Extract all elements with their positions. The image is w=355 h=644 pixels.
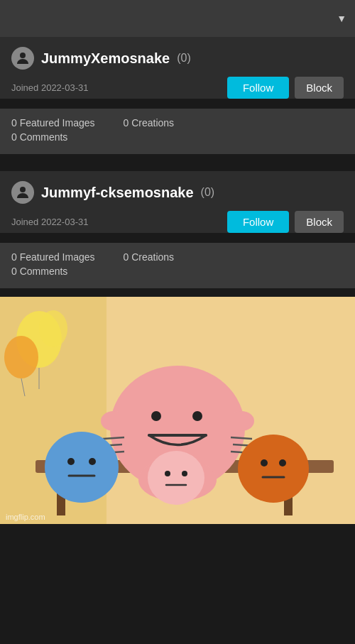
dropdown-icon[interactable]: ▼ [337,13,346,24]
user-header-2: Jummyf-cksemosnake (0) [11,181,344,204]
stats-row-1a: 0 Featured Images 0 Creations [11,117,344,129]
top-bar: ▼ [0,0,355,37]
user-meta-1: Joined 2022-03-31 Follow Block [11,77,344,99]
svg-point-32 [182,471,187,476]
creations-1: 0 Creations [124,117,175,129]
cartoon-svg: imgflip.com [0,297,355,524]
svg-text:imgflip.com: imgflip.com [6,513,45,521]
stats-box-1: 0 Featured Images 0 Creations 0 Comments [0,109,355,154]
stats-row-2a: 0 Featured Images 0 Creations [11,251,344,263]
user-card-1: JummyXemosnake (0) Joined 2022-03-31 Fol… [0,37,355,99]
action-buttons-1: Follow Block [227,77,344,99]
user-meta-2: Joined 2022-03-31 Follow Block [11,211,344,233]
svg-point-36 [279,459,286,466]
avatar-1 [11,47,34,70]
joined-date-1: Joined 2022-03-31 [11,82,88,93]
follow-button-2[interactable]: Follow [227,211,289,233]
svg-point-28 [89,458,96,465]
svg-point-26 [45,432,119,503]
svg-point-35 [261,459,268,466]
action-buttons-2: Follow Block [227,211,344,233]
block-button-2[interactable]: Block [295,211,344,233]
svg-point-31 [165,471,170,476]
featured-images-1: 0 Featured Images [11,117,95,129]
creations-2: 0 Creations [124,251,175,263]
svg-point-27 [67,458,75,465]
joined-date-2: Joined 2022-03-31 [11,217,88,227]
cartoon-image-section: imgflip.com [0,297,355,524]
user-header-1: JummyXemosnake (0) [11,47,344,70]
svg-point-34 [238,435,309,503]
svg-point-14 [229,411,254,431]
user-card-2: Jummyf-cksemosnake (0) Joined 2022-03-31… [0,171,355,233]
svg-point-1 [20,187,26,192]
svg-point-21 [151,411,161,421]
svg-point-30 [148,451,204,505]
svg-point-13 [101,411,126,431]
comments-2: 0 Comments [11,266,67,277]
stats-row-1b: 0 Comments [11,131,344,143]
svg-point-22 [192,411,202,421]
follow-button-1[interactable]: Follow [227,77,289,99]
stats-row-2b: 0 Comments [11,266,344,277]
svg-point-6 [39,310,67,347]
card-separator [0,163,355,171]
username-2: Jummyf-cksemosnake [41,185,194,201]
comments-1: 0 Comments [11,131,67,143]
block-button-1[interactable]: Block [295,77,344,99]
svg-point-0 [20,53,26,58]
avatar-2 [11,181,34,204]
user-score-2: (0) [201,186,215,199]
username-1: JummyXemosnake [41,50,170,67]
svg-point-5 [4,336,38,378]
stats-box-2: 0 Featured Images 0 Creations 0 Comments [0,243,355,288]
user-score-1: (0) [177,52,191,65]
featured-images-2: 0 Featured Images [11,251,95,263]
